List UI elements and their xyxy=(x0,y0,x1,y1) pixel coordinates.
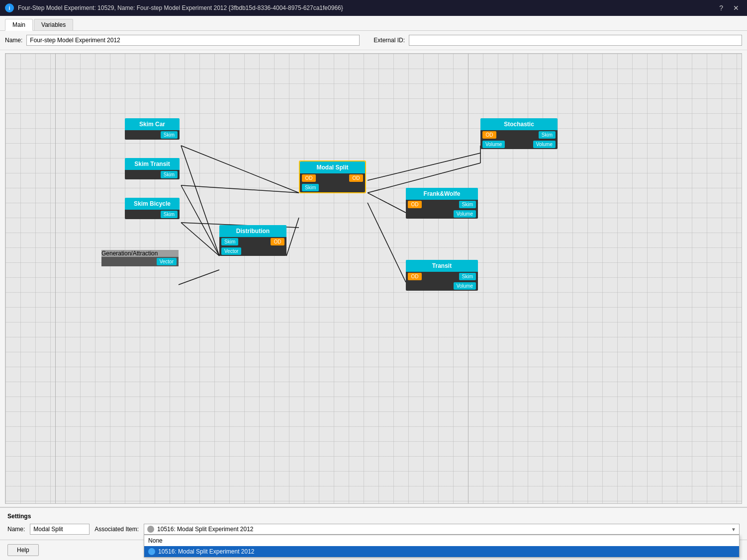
svg-line-6 xyxy=(179,270,219,285)
modal-split-port-od-out: OD xyxy=(349,174,363,182)
assoc-circle xyxy=(147,526,154,533)
tab-main[interactable]: Main xyxy=(5,19,33,31)
stochastic-port-volume2: Volume xyxy=(533,141,556,148)
node-skim-bicycle[interactable]: Skim Bicycle Skim xyxy=(125,198,180,219)
svg-line-7 xyxy=(286,218,299,256)
window-title: Four-Step Model Experiment: 10529, Name:… xyxy=(18,4,343,11)
assoc-dropdown-menu: None 10516: Modal Split Experiment 2012 xyxy=(144,535,740,558)
modal-split-port-skim: Skim xyxy=(302,184,319,191)
svg-line-9 xyxy=(368,193,406,213)
tab-variables[interactable]: Variables xyxy=(34,19,73,30)
external-id-input[interactable] xyxy=(409,35,742,46)
help-button[interactable]: ? xyxy=(716,3,726,13)
svg-line-8 xyxy=(368,153,480,180)
svg-line-10 xyxy=(368,203,406,282)
dropdown-item-10516[interactable]: 10516: Modal Split Experiment 2012 xyxy=(144,546,739,557)
svg-line-0 xyxy=(181,146,299,193)
settings-panel: Settings Name: Associated Item: 10516: M… xyxy=(0,507,747,540)
distribution-header: Distribution xyxy=(219,225,286,237)
stochastic-port-od: OD xyxy=(482,131,496,139)
main-window: Main Variables Name: External ID: xyxy=(0,16,747,560)
settings-name-label: Name: xyxy=(7,526,25,533)
gen-attr-header: Generation/Attraction xyxy=(101,250,179,257)
settings-name-input[interactable] xyxy=(30,524,90,535)
distribution-port-od: OD xyxy=(271,238,284,245)
skim-car-header: Skim Car xyxy=(125,118,180,130)
frankwolfe-port-od: OD xyxy=(408,201,422,208)
name-input[interactable] xyxy=(26,35,360,46)
dropdown-none-label: None xyxy=(148,537,163,544)
divider-left xyxy=(55,54,56,503)
skim-car-port: Skim xyxy=(161,131,178,139)
transit-port-volume: Volume xyxy=(454,282,476,290)
title-bar: i Four-Step Model Experiment: 10529, Nam… xyxy=(0,0,747,16)
assoc-select[interactable]: 10516: Modal Split Experiment 2012 ▼ xyxy=(144,524,740,535)
node-distribution[interactable]: Distribution Skim OD Vector xyxy=(219,225,286,256)
settings-row: Name: Associated Item: 10516: Modal Spli… xyxy=(7,524,740,535)
skim-transit-header: Skim Transit xyxy=(125,158,180,170)
dropdown-arrow-icon: ▼ xyxy=(731,527,736,532)
node-skim-car[interactable]: Skim Car Skim xyxy=(125,118,180,140)
node-frank-wolfe[interactable]: Frank&Wolfe OD Skim Volume xyxy=(406,188,478,219)
transit-port-skim: Skim xyxy=(459,273,476,280)
dropdown-10516-label: 10516: Modal Split Experiment 2012 xyxy=(158,548,254,555)
svg-line-2 xyxy=(181,185,299,193)
skim-bicycle-header: Skim Bicycle xyxy=(125,198,180,210)
stochastic-header: Stochastic xyxy=(480,118,558,130)
dropdown-circle-icon xyxy=(148,548,155,555)
help-button[interactable]: Help xyxy=(7,544,39,556)
distribution-port-vector: Vector xyxy=(221,247,241,255)
stochastic-port-volume1: Volume xyxy=(482,141,505,148)
frankwolfe-port-skim: Skim xyxy=(459,201,476,208)
connections-svg xyxy=(5,54,742,503)
settings-title: Settings xyxy=(7,513,740,520)
modal-split-port-od-in: OD xyxy=(302,174,316,182)
tab-bar: Main Variables xyxy=(0,16,747,31)
name-label: Name: xyxy=(5,37,22,44)
node-stochastic[interactable]: Stochastic OD Skim Volume Volume xyxy=(480,118,558,149)
transit-header: Transit xyxy=(406,260,478,272)
skim-bicycle-port: Skim xyxy=(161,211,178,218)
distribution-port-skim: Skim xyxy=(221,238,238,245)
canvas-area[interactable]: Skim Car Skim Skim Transit Skim Skim Bic… xyxy=(5,53,742,504)
assoc-select-value: 10516: Modal Split Experiment 2012 xyxy=(157,526,253,533)
modal-split-header: Modal Split xyxy=(300,161,365,173)
node-skim-transit[interactable]: Skim Transit Skim xyxy=(125,158,180,179)
stochastic-port-skim: Skim xyxy=(539,131,556,139)
svg-line-1 xyxy=(181,146,219,256)
svg-line-5 xyxy=(181,223,219,256)
node-gen-attraction[interactable]: Generation/Attraction Vector xyxy=(101,250,179,266)
node-transit[interactable]: Transit OD Skim Volume xyxy=(406,260,478,291)
assoc-label: Associated Item: xyxy=(94,526,139,533)
skim-transit-port: Skim xyxy=(161,171,178,178)
close-button[interactable]: ✕ xyxy=(730,3,742,13)
transit-port-od: OD xyxy=(408,273,422,280)
frankwolfe-header: Frank&Wolfe xyxy=(406,188,478,200)
dropdown-item-none[interactable]: None xyxy=(144,535,739,546)
external-id-label: External ID: xyxy=(374,37,405,44)
svg-line-3 xyxy=(181,185,219,256)
assoc-select-container: 10516: Modal Split Experiment 2012 ▼ Non… xyxy=(144,524,740,535)
gen-attr-port: Vector xyxy=(157,258,177,265)
frankwolfe-port-volume: Volume xyxy=(454,210,476,218)
app-icon: i xyxy=(5,3,14,12)
node-modal-split[interactable]: Modal Split OD OD Skim xyxy=(299,160,366,193)
name-bar: Name: External ID: xyxy=(0,31,747,50)
